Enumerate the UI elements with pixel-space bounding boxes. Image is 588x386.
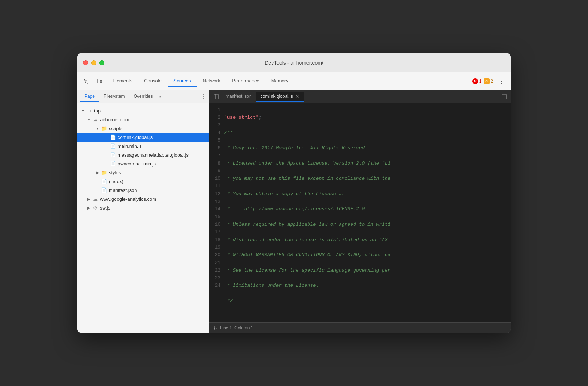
tree-item-scripts[interactable]: ▼ 📁 scripts [77, 124, 209, 133]
ln-2: 2 [209, 114, 224, 122]
ln-4: 4 [209, 129, 224, 137]
tree-label-index: (index) [109, 179, 123, 184]
ln-5: 5 [209, 137, 224, 144]
inspector-tool-button[interactable] [80, 75, 92, 87]
tab-sources[interactable]: Sources [168, 75, 197, 87]
tree-toggle-google: ▶ [86, 196, 92, 202]
sidebar-tab-overrides[interactable]: Overrides [129, 92, 157, 102]
editor-tab-comlink[interactable]: comlink.global.js ✕ [256, 92, 304, 102]
tree-toggle-index [95, 178, 101, 184]
titlebar: DevTools - airhorner.com/ [77, 53, 511, 72]
tree-label-manifest: manifest.json [109, 187, 137, 193]
tree-item-manifest[interactable]: 📄 manifest.json [77, 186, 209, 194]
svg-rect-4 [502, 94, 506, 99]
ln-24: 24 [209, 282, 224, 290]
tree-item-main[interactable]: 📄 main.min.js [77, 142, 209, 150]
ln-9: 9 [209, 167, 224, 175]
editor-tab-manifest[interactable]: manifest.json [221, 92, 256, 102]
file-tree: ▼ □ top ▼ ☁ airhorner.com ▼ 📁 scripts [77, 103, 209, 333]
ln-14: 14 [209, 205, 224, 213]
ln-16: 16 [209, 221, 224, 229]
tree-item-pwacompat[interactable]: 📄 pwacompat.min.js [77, 159, 209, 168]
tree-label-top: top [94, 108, 101, 114]
tree-toggle-scripts: ▼ [95, 125, 101, 131]
tree-label-pwacompat: pwacompat.min.js [118, 161, 156, 167]
code-line-7: * http://www.apache.org/licenses/LICENSE… [224, 205, 505, 213]
editor-tabs-bar: manifest.json comlink.global.js ✕ [209, 90, 511, 103]
code-line-6: * You may obtain a copy of the License a… [224, 190, 505, 198]
tree-label-msgadapter: messagechanneladapter.global.js [118, 152, 189, 158]
devtools-window: DevTools - airhorner.com/ Elements Conso… [77, 53, 511, 333]
file-icon-comlink: 📄 [110, 134, 116, 140]
tab-memory[interactable]: Memory [265, 75, 294, 87]
domain-icon-airhorner: ☁ [92, 116, 98, 123]
editor-panel: manifest.json comlink.global.js ✕ 1 2 [209, 90, 511, 333]
tree-label-google: www.google-analytics.com [100, 196, 156, 202]
error-icon: ✕ [472, 78, 478, 84]
file-icon-pwacompat: 📄 [110, 160, 116, 167]
tab-elements[interactable]: Elements [107, 75, 138, 87]
tree-item-sw[interactable]: ▶ ⚙ sw.js [77, 203, 209, 212]
code-line-12: * limitations under the License. [224, 282, 505, 290]
code-editor[interactable]: 1 2 3 4 5 6 7 8 9 10 11 12 13 14 15 16 1 [209, 103, 511, 322]
device-toolbar-button[interactable] [93, 75, 105, 87]
minimize-button[interactable] [91, 60, 96, 65]
tree-toggle-msgadapter [104, 152, 110, 158]
sidebar-tab-filesystem[interactable]: Filesystem [99, 92, 129, 102]
code-content: "use strict"; /** * Copyright 2017 Googl… [224, 103, 511, 322]
folder-icon-scripts: 📁 [101, 125, 107, 132]
sidebar-tabs: Page Filesystem Overrides » ⋮ [77, 90, 209, 103]
warn-count: 2 [491, 79, 493, 84]
tree-toggle-manifest [95, 187, 101, 193]
tree-item-top[interactable]: ▼ □ top [77, 106, 209, 115]
tree-item-airhorner[interactable]: ▼ ☁ airhorner.com [77, 115, 209, 124]
code-line-3: * Copyright 2017 Google Inc. All Rights … [224, 144, 505, 152]
tab-console[interactable]: Console [138, 75, 168, 87]
tree-item-google-analytics[interactable]: ▶ ☁ www.google-analytics.com [77, 194, 209, 203]
code-line-4: * Licensed under the Apache License, Ver… [224, 160, 505, 168]
pretty-print-button[interactable]: {} [214, 325, 217, 330]
tree-toggle-styles: ▶ [95, 169, 101, 175]
more-tools-button[interactable]: ⋮ [495, 76, 508, 86]
editor-sidebar-toggle[interactable] [211, 92, 221, 102]
ln-18: 18 [209, 236, 224, 244]
warn-badge[interactable]: ⚠ 2 [484, 78, 493, 84]
code-line-10: * WITHOUT WARRANTIES OR CONDITIONS OF AN… [224, 251, 505, 259]
cursor-position: Line 1, Column 1 [220, 325, 254, 330]
maximize-button[interactable] [99, 60, 104, 65]
error-badge[interactable]: ✕ 1 [472, 78, 482, 84]
tree-label-comlink: comlink.global.js [118, 135, 153, 140]
ln-17: 17 [209, 229, 224, 236]
error-count: 1 [479, 79, 482, 84]
ln-22: 22 [209, 267, 224, 275]
code-line-1: "use strict"; [224, 114, 505, 122]
tree-item-msgadapter[interactable]: 📄 messagechanneladapter.global.js [77, 150, 209, 159]
ln-8: 8 [209, 160, 224, 168]
tree-item-index[interactable]: 📄 (index) [77, 177, 209, 186]
ln-12: 12 [209, 190, 224, 198]
close-button[interactable] [83, 60, 88, 65]
svg-rect-1 [100, 80, 102, 83]
sidebar-options-button[interactable]: ⋮ [200, 93, 206, 100]
ln-23: 23 [209, 275, 224, 282]
tree-toggle-airhorner: ▼ [86, 117, 92, 122]
ln-1: 1 [209, 106, 224, 114]
editor-tab-close[interactable]: ✕ [295, 94, 300, 99]
tree-toggle-pwacompat [104, 161, 110, 167]
ln-15: 15 [209, 213, 224, 221]
editor-collapse-button[interactable] [499, 92, 509, 102]
sidebar-tab-page[interactable]: Page [80, 92, 99, 102]
tree-label-styles: styles [109, 170, 121, 175]
sidebar-tabs-more[interactable]: » [158, 94, 161, 99]
tab-network[interactable]: Network [197, 75, 226, 87]
code-line-8: * Unless required by applicable law or a… [224, 221, 505, 229]
main-tabs-nav: Elements Console Sources Network Perform… [107, 75, 471, 87]
code-line-9: * distributed under the License is distr… [224, 236, 505, 244]
file-icon-msgadapter: 📄 [110, 151, 116, 158]
tree-item-styles[interactable]: ▶ 📁 styles [77, 168, 209, 177]
tree-item-comlink[interactable]: 📄 comlink.global.js [77, 133, 209, 142]
ln-13: 13 [209, 198, 224, 206]
domain-icon-google: ☁ [92, 196, 98, 202]
tab-performance[interactable]: Performance [226, 75, 265, 87]
toolbar-right: ✕ 1 ⚠ 2 ⋮ [472, 76, 508, 86]
